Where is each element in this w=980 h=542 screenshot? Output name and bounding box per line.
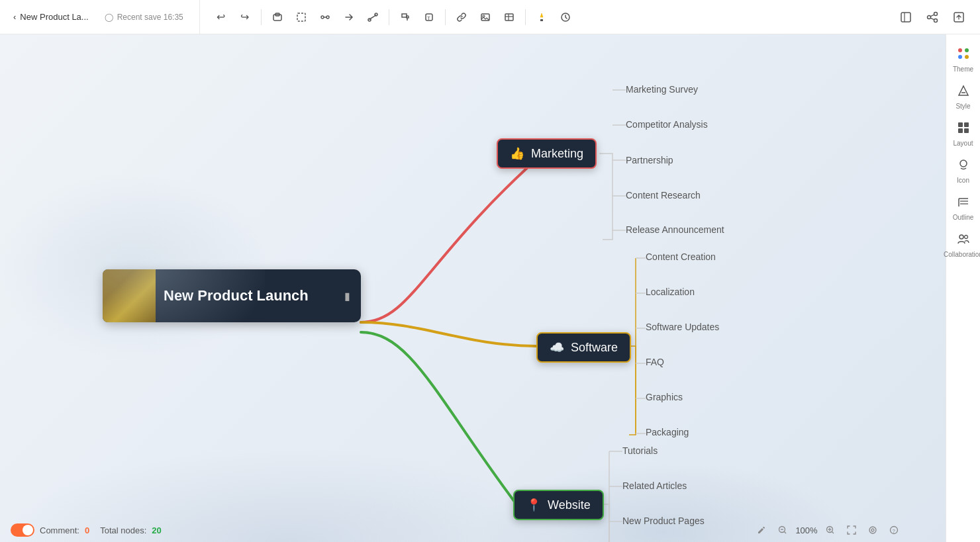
format-paint-button[interactable] bbox=[395, 7, 416, 28]
redo-button[interactable]: ↪ bbox=[234, 7, 256, 28]
svg-text:T: T bbox=[427, 15, 430, 21]
svg-point-48 bbox=[871, 529, 874, 531]
divider-4 bbox=[525, 9, 526, 25]
comment-toggle-switch[interactable] bbox=[11, 523, 34, 537]
forward-button[interactable] bbox=[338, 7, 360, 28]
fit-view-button[interactable] bbox=[842, 521, 861, 539]
software-label: Software bbox=[571, 341, 618, 355]
sidebar-outline[interactable]: Outline bbox=[949, 191, 978, 225]
svg-line-22 bbox=[930, 15, 934, 17]
svg-rect-15 bbox=[540, 19, 543, 21]
outline-label: Outline bbox=[953, 214, 974, 221]
hand-tool-button[interactable] bbox=[267, 7, 288, 28]
theme-icon bbox=[957, 47, 970, 64]
zoom-in-button[interactable] bbox=[821, 521, 840, 539]
text-format-button[interactable]: T bbox=[418, 7, 440, 28]
divider-3 bbox=[445, 9, 446, 25]
central-node[interactable]: New Product Launch ▮ bbox=[103, 269, 361, 322]
back-button[interactable]: ‹ New Product La... bbox=[8, 8, 94, 26]
svg-point-21 bbox=[934, 19, 938, 22]
svg-point-53 bbox=[958, 55, 962, 59]
svg-point-54 bbox=[965, 55, 969, 59]
leaf-marketing-2[interactable]: Competitor Analysis bbox=[626, 119, 708, 130]
zoom-value: 100% bbox=[795, 525, 818, 535]
right-sidebar: Theme Style Layout Icon Outline Collabor… bbox=[946, 34, 980, 542]
toolbar-right bbox=[885, 7, 980, 28]
sidebar-layout[interactable]: Layout bbox=[949, 116, 978, 151]
website-node[interactable]: 📍 Website bbox=[513, 490, 604, 520]
marketing-icon: 👍 bbox=[510, 146, 524, 161]
leaf-software-5[interactable]: Graphics bbox=[646, 392, 683, 402]
sidebar-style[interactable]: Style bbox=[949, 79, 978, 114]
leaf-software-3[interactable]: Software Updates bbox=[646, 322, 719, 332]
document-title: New Product La... bbox=[20, 12, 88, 22]
zoom-out-button[interactable] bbox=[773, 521, 792, 539]
svg-line-46 bbox=[832, 532, 834, 534]
sidebar-icon[interactable]: Icon bbox=[949, 154, 978, 188]
canvas[interactable]: New Product Launch ▮ 👍 Marketing Marketi… bbox=[0, 34, 946, 542]
share-button[interactable] bbox=[922, 7, 943, 28]
svg-rect-12 bbox=[505, 14, 513, 21]
svg-rect-17 bbox=[901, 13, 910, 22]
divider-1 bbox=[261, 9, 262, 25]
highlight-button[interactable] bbox=[531, 7, 552, 28]
website-icon: 📍 bbox=[526, 498, 541, 512]
bottom-bar: Comment: 0 Total nodes: 20 100% ? bbox=[0, 518, 911, 542]
clock-button[interactable] bbox=[555, 7, 576, 28]
svg-line-42 bbox=[785, 532, 787, 534]
comment-toggle: Comment: 0 Total nodes: 20 bbox=[11, 523, 162, 537]
svg-rect-59 bbox=[958, 128, 963, 133]
leaf-software-1[interactable]: Content Creation bbox=[646, 251, 716, 262]
theme-label: Theme bbox=[953, 66, 973, 73]
zoom-controls: 100% ? bbox=[744, 518, 911, 542]
leaf-marketing-1[interactable]: Marketing Survey bbox=[626, 84, 698, 95]
select-connect-button[interactable] bbox=[315, 7, 336, 28]
comment-count: 0 bbox=[85, 525, 89, 535]
sidebar-collaboration[interactable]: Collaboration bbox=[949, 228, 978, 262]
leaf-website-2[interactable]: Related Articles bbox=[622, 480, 687, 491]
connect-button[interactable] bbox=[362, 7, 383, 28]
svg-point-20 bbox=[928, 15, 931, 19]
sidebar-theme[interactable]: Theme bbox=[949, 42, 978, 77]
collaboration-label: Collaboration bbox=[944, 251, 980, 258]
export-button[interactable] bbox=[948, 7, 969, 28]
leaf-marketing-4[interactable]: Content Research bbox=[626, 190, 701, 201]
panel-button[interactable] bbox=[895, 7, 916, 28]
svg-point-66 bbox=[959, 235, 963, 239]
preview-button[interactable] bbox=[863, 521, 882, 539]
link-button[interactable] bbox=[451, 7, 472, 28]
svg-rect-2 bbox=[297, 13, 305, 21]
svg-point-3 bbox=[321, 16, 324, 19]
leaf-marketing-3[interactable]: Partnership bbox=[626, 155, 673, 165]
style-label: Style bbox=[956, 103, 970, 110]
svg-point-4 bbox=[326, 16, 329, 19]
toggle-thumb bbox=[23, 525, 33, 535]
toolbar-actions: ↩ ↪ T bbox=[200, 7, 885, 28]
zoom-save-button[interactable] bbox=[752, 521, 771, 539]
outline-icon bbox=[957, 195, 970, 212]
back-icon: ‹ bbox=[13, 12, 16, 22]
leaf-software-2[interactable]: Localization bbox=[646, 287, 695, 297]
image-button[interactable] bbox=[475, 7, 496, 28]
comment-label: Comment: bbox=[40, 525, 79, 535]
svg-point-11 bbox=[483, 15, 485, 17]
select-box-button[interactable] bbox=[291, 7, 312, 28]
collaboration-icon bbox=[957, 232, 970, 249]
help-button[interactable]: ? bbox=[885, 521, 903, 539]
marketing-node[interactable]: 👍 Marketing bbox=[497, 138, 597, 169]
leaf-software-4[interactable]: FAQ bbox=[646, 357, 664, 367]
svg-point-52 bbox=[965, 48, 969, 52]
leaf-marketing-5[interactable]: Release Announcement bbox=[626, 224, 724, 235]
svg-marker-55 bbox=[959, 86, 968, 95]
software-icon: ☁️ bbox=[550, 340, 564, 355]
undo-button[interactable]: ↩ bbox=[211, 7, 232, 28]
nodes-label: Total nodes: bbox=[100, 525, 146, 535]
leaf-software-6[interactable]: Packaging bbox=[646, 427, 689, 437]
svg-point-61 bbox=[960, 160, 967, 167]
svg-line-23 bbox=[930, 18, 934, 20]
software-node[interactable]: ☁️ Software bbox=[536, 332, 631, 363]
divider-2 bbox=[389, 9, 389, 25]
table-button[interactable] bbox=[499, 7, 520, 28]
leaf-website-1[interactable]: Tutorials bbox=[622, 445, 658, 456]
central-node-title: New Product Launch bbox=[164, 287, 331, 304]
